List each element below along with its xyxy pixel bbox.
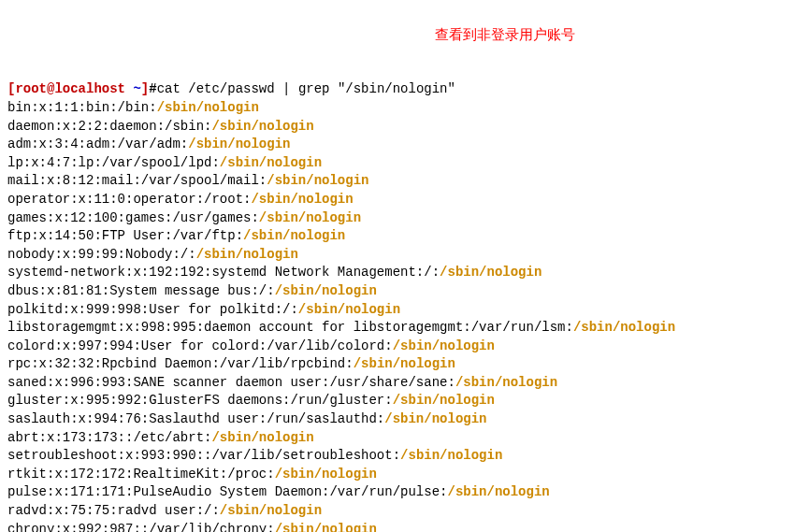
output-line: operator:x:11:0:operator:/root: xyxy=(7,192,251,207)
nologin-highlight: /sbin/nologin xyxy=(455,375,557,390)
output-line: rtkit:x:172:172:RealtimeKit:/proc: xyxy=(7,467,275,482)
output-line: colord:x:997:994:User for colord:/var/li… xyxy=(7,338,393,353)
prompt-bracket-close: ] xyxy=(141,81,149,96)
nologin-highlight: /sbin/nologin xyxy=(400,448,502,463)
output-line: systemd-network:x:192:192:systemd Networ… xyxy=(7,265,440,280)
output-line: pulse:x:171:171:PulseAudio System Daemon… xyxy=(7,484,447,499)
nologin-highlight: /sbin/nologin xyxy=(211,119,313,134)
nologin-highlight: /sbin/nologin xyxy=(275,467,377,482)
output-line: nobody:x:99:99:Nobody:/: xyxy=(7,247,196,262)
nologin-highlight: /sbin/nologin xyxy=(220,155,322,170)
nologin-highlight: /sbin/nologin xyxy=(447,484,549,499)
nologin-highlight: /sbin/nologin xyxy=(259,210,361,225)
prompt-userhost: root@localhost xyxy=(15,81,125,96)
nologin-highlight: /sbin/nologin xyxy=(188,137,290,151)
annotation-text: 查看到非登录用户账号 xyxy=(435,24,575,44)
prompt-tilde: ~ xyxy=(133,81,140,96)
prompt-hash: # xyxy=(149,81,156,96)
terminal-output: [root@localhost ~]#cat /etc/passwd | gre… xyxy=(7,80,787,532)
nologin-highlight: /sbin/nologin xyxy=(220,503,322,518)
nologin-highlight: /sbin/nologin xyxy=(275,283,377,298)
nologin-highlight: /sbin/nologin xyxy=(298,302,400,317)
output-line: mail:x:8:12:mail:/var/spool/mail: xyxy=(7,173,267,188)
output-line: adm:x:3:4:adm:/var/adm: xyxy=(7,137,188,151)
output-line: dbus:x:81:81:System message bus:/: xyxy=(7,283,275,298)
output-line: ftp:x:14:50:FTP User:/var/ftp: xyxy=(7,228,243,243)
nologin-highlight: /sbin/nologin xyxy=(243,228,345,243)
output-line: lp:x:4:7:lp:/var/spool/lpd: xyxy=(7,155,220,170)
output-line: rpc:x:32:32:Rpcbind Daemon:/var/lib/rpcb… xyxy=(7,356,354,371)
nologin-highlight: /sbin/nologin xyxy=(393,393,495,408)
output-line: saslauth:x:994:76:Saslauthd user:/run/sa… xyxy=(7,411,384,426)
nologin-highlight: /sbin/nologin xyxy=(354,356,455,371)
output-line: chrony:x:992:987::/var/lib/chrony: xyxy=(7,522,275,532)
nologin-highlight: /sbin/nologin xyxy=(251,192,353,207)
nologin-highlight: /sbin/nologin xyxy=(393,338,495,353)
nologin-highlight: /sbin/nologin xyxy=(275,522,377,532)
output-line: libstoragemgmt:x:998:995:daemon account … xyxy=(7,320,573,335)
nologin-highlight: /sbin/nologin xyxy=(157,100,259,115)
output-line: setroubleshoot:x:993:990::/var/lib/setro… xyxy=(7,448,400,463)
nologin-highlight: /sbin/nologin xyxy=(440,265,541,280)
output-line: games:x:12:100:games:/usr/games: xyxy=(7,210,259,225)
nologin-highlight: /sbin/nologin xyxy=(573,320,675,335)
output-line: radvd:x:75:75:radvd user:/: xyxy=(7,503,220,518)
command-text: cat /etc/passwd | grep "/sbin/nologin" xyxy=(157,81,455,96)
output-line: abrt:x:173:173::/etc/abrt: xyxy=(7,430,211,445)
nologin-highlight: /sbin/nologin xyxy=(267,173,368,188)
output-line: bin:x:1:1:bin:/bin: xyxy=(7,100,157,115)
nologin-highlight: /sbin/nologin xyxy=(384,411,486,426)
output-line: polkitd:x:999:998:User for polkitd:/: xyxy=(7,302,298,317)
output-line: gluster:x:995:992:GlusterFS daemons:/run… xyxy=(7,393,393,408)
nologin-highlight: /sbin/nologin xyxy=(196,247,298,262)
nologin-highlight: /sbin/nologin xyxy=(211,430,313,445)
output-line: saned:x:996:993:SANE scanner daemon user… xyxy=(7,375,455,390)
output-line: daemon:x:2:2:daemon:/sbin: xyxy=(7,119,211,134)
